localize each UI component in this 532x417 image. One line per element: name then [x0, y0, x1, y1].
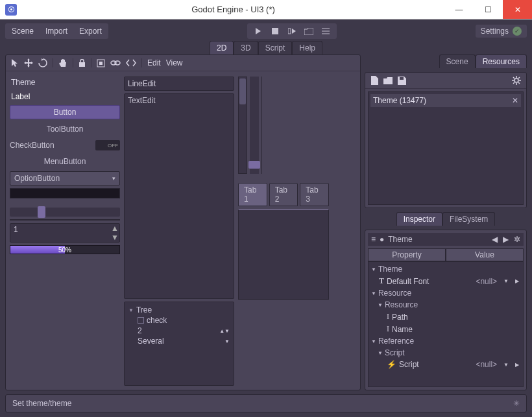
menu-import[interactable]: Import	[40, 25, 73, 38]
maximize-button[interactable]: ☐	[474, 0, 503, 19]
minimize-button[interactable]: —	[444, 0, 474, 19]
status-ok-icon: ✓	[513, 27, 522, 36]
inspector-object: Theme	[388, 235, 412, 244]
hscrollbar-control[interactable]	[10, 219, 120, 220]
gear-icon[interactable]: ✲	[514, 235, 520, 244]
tab-2d[interactable]: 2D	[210, 41, 234, 54]
checkbutton-toggle[interactable]: OFF	[95, 140, 120, 150]
toolbar-edit[interactable]: Edit	[147, 58, 161, 67]
label-control: Label	[10, 91, 120, 102]
vscrollbar-control[interactable]	[238, 77, 247, 174]
spinner-icon: ✳	[513, 399, 520, 408]
colorpicker-control[interactable]	[10, 188, 120, 198]
save-icon[interactable]	[398, 77, 406, 85]
textedit-control[interactable]: TextEdit	[124, 93, 234, 299]
svg-rect-5	[79, 62, 85, 67]
play-scene-icon[interactable]	[286, 26, 298, 36]
svg-rect-7	[99, 62, 103, 65]
inspector-panel: ≡ ● Theme ◀ ▶ ✲ Property Value ▼Theme	[365, 230, 527, 390]
list-icon[interactable]	[320, 26, 332, 36]
move-icon[interactable]	[24, 58, 33, 67]
new-resource-icon[interactable]	[370, 76, 378, 85]
prop-name[interactable]: IName	[370, 323, 522, 335]
status-text: Set theme/theme	[12, 399, 71, 408]
group-icon[interactable]	[97, 59, 105, 67]
menu-scene[interactable]: Scene	[6, 25, 39, 38]
col-value: Value	[446, 248, 524, 261]
dock-tab-inspector[interactable]: Inspector	[396, 212, 442, 226]
menubutton-control[interactable]: MenuButton	[10, 154, 120, 169]
svg-point-9	[115, 61, 120, 65]
history-back-icon[interactable]: ◀	[492, 235, 498, 244]
folder-icon[interactable]	[303, 26, 315, 36]
svg-rect-0	[272, 28, 278, 34]
menubar: Scene Import Export Settings ✓	[2, 21, 530, 41]
theme-label: Theme	[10, 77, 120, 88]
tab2[interactable]: Tab 2	[269, 183, 298, 206]
tab-script[interactable]: Script	[258, 41, 293, 54]
close-button[interactable]: ✕	[503, 0, 532, 19]
spinbox-control[interactable]: 1 ▲▼	[10, 223, 120, 243]
window-title: Godot Engine - UI3 (*)	[22, 5, 444, 14]
svg-point-11	[514, 78, 518, 82]
prop-default-font[interactable]: T Default Font <null> ▼▶	[370, 275, 522, 287]
vslider-control[interactable]	[250, 77, 259, 174]
prop-path[interactable]: IPath	[370, 311, 522, 323]
lock-icon[interactable]	[79, 59, 86, 67]
tab1[interactable]: Tab 1	[238, 183, 267, 206]
tabcontainer-body	[238, 209, 329, 300]
checkbutton-label: CheckButton	[10, 141, 54, 150]
link-icon[interactable]	[110, 60, 121, 66]
open-folder-icon[interactable]	[383, 77, 393, 84]
prop-script[interactable]: ⚡Script <null> ▼▶	[370, 359, 522, 370]
list-icon[interactable]: ≡	[371, 235, 376, 244]
vseparator	[261, 77, 262, 174]
svg-rect-1	[288, 29, 291, 34]
select-icon[interactable]	[11, 58, 19, 67]
menu-export[interactable]: Export	[74, 25, 107, 38]
tree-control[interactable]: ▼Tree check 2▲▼ Several▼	[124, 302, 234, 386]
rotate-icon[interactable]	[38, 58, 47, 67]
progressbar-control: 50%	[10, 245, 120, 254]
object-icon: ●	[380, 235, 384, 244]
settings-button[interactable]: Settings ✓	[476, 25, 527, 38]
code-icon[interactable]	[126, 59, 136, 67]
lineedit-control[interactable]: LineEdit	[124, 77, 234, 91]
play-icon[interactable]	[252, 26, 264, 36]
col-property: Property	[368, 248, 446, 261]
optionbutton-control[interactable]: OptionButton▾	[10, 171, 120, 185]
titlebar: ⦿ Godot Engine - UI3 (*) — ☐ ✕	[0, 0, 532, 19]
viewport-panel: Edit View Theme Label Button ToolButton …	[5, 54, 361, 390]
stop-icon[interactable]	[269, 26, 281, 36]
close-icon[interactable]: ✕	[512, 96, 518, 105]
statusbar: Set theme/theme ✳	[5, 394, 527, 412]
dock-tab-resources[interactable]: Resources	[476, 54, 527, 68]
tab-3d[interactable]: 3D	[234, 41, 258, 54]
svg-rect-10	[400, 77, 404, 80]
toolbar-view[interactable]: View	[166, 58, 183, 67]
toolbutton-control[interactable]: ToolButton	[10, 122, 120, 136]
dock-tab-scene[interactable]: Scene	[439, 54, 476, 68]
dock-tab-filesystem[interactable]: FileSystem	[442, 212, 495, 226]
tab3[interactable]: Tab 3	[300, 183, 329, 206]
pan-icon[interactable]	[58, 58, 67, 67]
resource-item[interactable]: Theme (13477) ✕	[370, 94, 521, 107]
gear-icon[interactable]	[512, 76, 521, 85]
history-forward-icon[interactable]: ▶	[503, 235, 509, 244]
tab-help[interactable]: Help	[292, 41, 322, 54]
hslider-control[interactable]	[10, 208, 120, 217]
app-icon: ⦿	[5, 4, 17, 16]
button-control[interactable]: Button	[10, 105, 120, 119]
viewport-toolbar: Edit View	[6, 55, 360, 71]
